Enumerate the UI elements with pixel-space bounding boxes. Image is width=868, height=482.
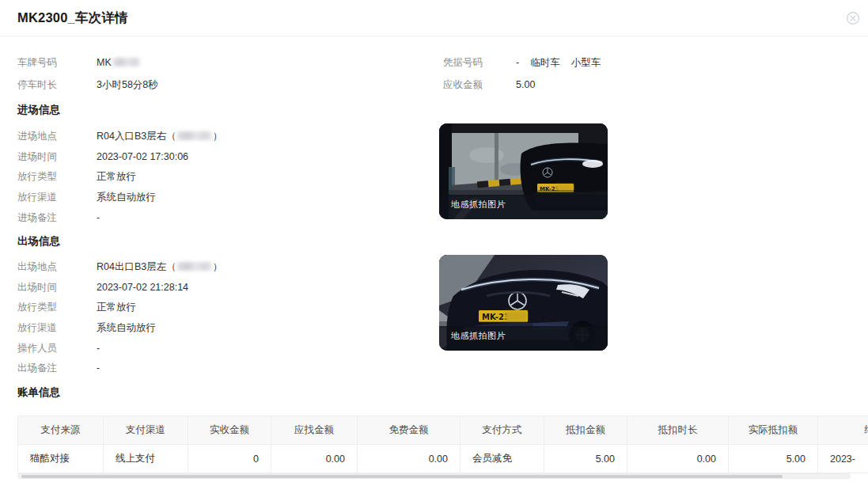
page-title: MK2300_车次详情	[17, 9, 128, 27]
col-deduct-amount: 抵扣金额	[544, 416, 627, 445]
field-label: 进场时间	[17, 150, 57, 164]
cell-deduct-duration: 0.00	[627, 445, 729, 473]
col-deduct-duration: 抵扣时长	[627, 416, 729, 445]
cell-actual-deduct: 5.00	[729, 445, 818, 473]
duration-value: 3小时58分8秒	[97, 78, 158, 92]
exit-time-value: 2023-07-02 21:28:14	[97, 281, 188, 294]
masked-text-blur	[177, 131, 212, 140]
table-hscrollbar-track	[17, 473, 851, 479]
field-label: 停车时长	[17, 78, 57, 92]
col-change-amount: 应找金额	[271, 416, 358, 445]
exit-section-title: 出场信息	[17, 234, 60, 249]
close-icon[interactable]	[846, 11, 860, 25]
cell-pay-method: 会员减免	[461, 445, 544, 473]
exit-capture-photo[interactable]: MK-23 地感抓拍图片	[439, 255, 608, 351]
field-label: 放行渠道	[17, 191, 57, 204]
exit-location-value: R04出口B3层左（	[97, 261, 176, 272]
entry-release-channel-value: 系统自动放行	[97, 191, 156, 204]
col-pay-method: 支付方式	[461, 416, 544, 445]
car-type-temp: 临时车	[530, 57, 560, 68]
field-label: 进场地点	[17, 130, 57, 143]
field-label: 应收金额	[443, 78, 483, 92]
cell-free-amount: 0.00	[358, 445, 461, 473]
svg-text:MK-23: MK-23	[482, 313, 510, 321]
col-actual-deduct: 实际抵扣额	[729, 416, 818, 445]
bill-table-header-row: 支付来源 支付渠道 实收金额 应找金额 免费金额 支付方式 抵扣金额 抵扣时长 …	[18, 416, 868, 445]
cell-settle-time-clipped: 2023-	[818, 445, 868, 473]
cell-change-amount: 0.00	[271, 445, 358, 473]
cell-deduct-amount: 5.00	[544, 445, 627, 473]
bill-table: 支付来源 支付渠道 实收金额 应找金额 免费金额 支付方式 抵扣金额 抵扣时长 …	[17, 416, 868, 473]
vehicle-detail-modal: MK2300_车次详情 车牌号码 MK 凭据号码 -临时车小型车 停车时长 3小…	[0, 0, 868, 482]
entry-time-value: 2023-07-02 17:30:06	[97, 150, 188, 164]
entry-photo-caption: 地感抓拍图片	[451, 199, 506, 211]
entry-release-type-value: 正常放行	[97, 170, 136, 184]
voucher-value: -	[516, 57, 519, 68]
col-received-amount: 实收金额	[188, 416, 271, 445]
cell-pay-source: 猫酷对接	[18, 445, 104, 473]
exit-release-channel-value: 系统自动放行	[97, 321, 156, 335]
entry-location-value: R04入口B3层右（	[97, 131, 176, 142]
exit-operator-value: -	[97, 342, 100, 355]
table-hscrollbar-thumb[interactable]	[21, 475, 783, 478]
masked-plate-blur	[113, 58, 140, 66]
entry-capture-photo[interactable]: MK-23 地感抓拍图片	[439, 123, 608, 219]
exit-release-type-value: 正常放行	[97, 301, 136, 314]
col-free-amount: 免费金额	[358, 416, 461, 445]
col-pay-channel: 支付渠道	[104, 416, 188, 445]
field-label: 出场备注	[17, 362, 57, 375]
field-label: 操作人员	[17, 342, 57, 355]
bill-section-title: 账单信息	[17, 385, 60, 400]
masked-text-blur	[177, 262, 212, 271]
field-label: 进场备注	[17, 211, 57, 225]
field-label: 凭据号码	[443, 56, 483, 70]
exit-photo-caption: 地感抓拍图片	[451, 330, 506, 342]
field-label: 出场时间	[17, 281, 57, 294]
field-label: 放行渠道	[17, 321, 57, 335]
entry-remark-value: -	[97, 211, 100, 225]
entry-section-title: 进场信息	[17, 103, 60, 117]
modal-header: MK2300_车次详情	[0, 0, 868, 36]
field-label: 放行类型	[17, 170, 57, 184]
amount-value: 5.00	[516, 78, 535, 92]
cell-pay-channel: 线上支付	[104, 445, 188, 473]
field-label: 放行类型	[17, 301, 57, 314]
field-label: 出场地点	[17, 260, 57, 274]
bill-table-row: 猫酷对接 线上支付 0 0.00 0.00 会员减免 5.00 0.00 5.0…	[18, 445, 868, 473]
exit-remark-value: -	[97, 362, 100, 375]
col-settle-time-clipped: 结	[818, 416, 868, 445]
field-label: 车牌号码	[17, 56, 57, 70]
col-pay-source: 支付来源	[18, 416, 104, 445]
cell-received-amount: 0	[188, 445, 271, 473]
car-size-small: 小型车	[571, 57, 601, 68]
plate-value: MK	[97, 57, 112, 68]
